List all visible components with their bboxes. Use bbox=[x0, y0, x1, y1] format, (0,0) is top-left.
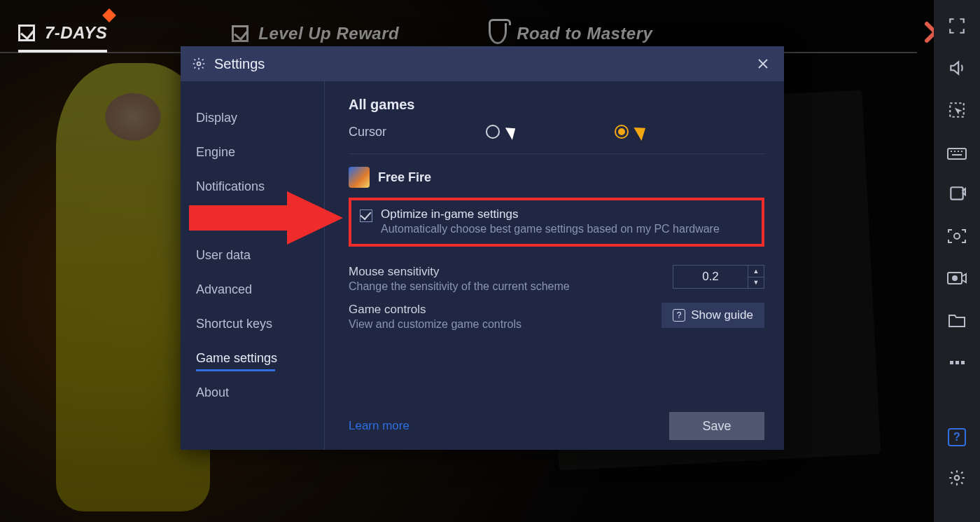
controls-title: Game controls bbox=[349, 303, 648, 317]
svg-rect-2 bbox=[951, 187, 962, 199]
save-button[interactable]: Save bbox=[669, 412, 764, 440]
dots-icon bbox=[950, 361, 965, 364]
more-button[interactable] bbox=[946, 352, 967, 373]
help-button[interactable]: ? bbox=[948, 428, 966, 446]
mouse-sensitivity-spinner[interactable]: ▲ ▼ bbox=[673, 265, 764, 289]
cursor-option-yellow[interactable] bbox=[615, 124, 647, 139]
all-games-heading: All games bbox=[349, 97, 764, 113]
mouse-desc: Change the sensitivity of the current sc… bbox=[349, 280, 659, 293]
free-fire-icon bbox=[349, 167, 370, 188]
mouse-title: Mouse sensitivity bbox=[349, 265, 659, 279]
radio-on-icon bbox=[615, 125, 629, 139]
cursor-option-default[interactable] bbox=[486, 125, 517, 139]
show-guide-button[interactable]: ? Show guide bbox=[662, 303, 764, 328]
optimize-checkbox[interactable] bbox=[360, 210, 372, 222]
game-section-header: Free Fire bbox=[349, 167, 764, 188]
emulator-sidebar: ? bbox=[934, 0, 980, 522]
controls-desc: View and customize game controls bbox=[349, 318, 648, 331]
radio-off-icon bbox=[486, 125, 500, 139]
modal-header: Settings bbox=[181, 46, 784, 81]
check-icon bbox=[232, 25, 248, 42]
tab-mastery-label: Road to Mastery bbox=[517, 24, 652, 43]
nav-notifications[interactable]: Notifications bbox=[181, 170, 324, 204]
cursor-white-icon bbox=[504, 125, 517, 139]
mouse-sensitivity-row: Mouse sensitivity Change the sensitivity… bbox=[349, 265, 764, 293]
cursor-label: Cursor bbox=[349, 125, 486, 139]
learn-more-link[interactable]: Learn more bbox=[349, 419, 410, 433]
fullscreen-button[interactable] bbox=[946, 15, 967, 36]
game-controls-row: Game controls View and customize game co… bbox=[349, 303, 764, 331]
help-icon: ? bbox=[953, 431, 960, 444]
cursor-row: Cursor bbox=[349, 123, 764, 154]
show-guide-label: Show guide bbox=[691, 308, 753, 322]
settings-side-nav: Display Engine Notifications Preferences… bbox=[181, 81, 325, 450]
nav-shortcut-keys[interactable]: Shortcut keys bbox=[181, 307, 324, 341]
spinner-down-button[interactable]: ▼ bbox=[748, 277, 764, 289]
tab-level-up-label: Level Up Reward bbox=[258, 24, 399, 43]
modal-title: Settings bbox=[214, 56, 265, 72]
settings-modal: Settings Display Engine Notifications Pr… bbox=[181, 46, 784, 450]
close-icon bbox=[757, 57, 769, 70]
game-name-label: Free Fire bbox=[378, 170, 431, 185]
spinner-up-button[interactable]: ▲ bbox=[748, 266, 764, 277]
media-folder-button[interactable] bbox=[946, 310, 967, 331]
svg-point-6 bbox=[955, 476, 960, 481]
shield-icon bbox=[489, 23, 507, 44]
nav-user-data[interactable]: User data bbox=[181, 238, 324, 273]
nav-about[interactable]: About bbox=[181, 376, 324, 410]
settings-content: All games Cursor Free Fire bbox=[325, 81, 784, 450]
volume-button[interactable] bbox=[946, 57, 967, 78]
lock-cursor-button[interactable] bbox=[946, 99, 967, 121]
svg-point-7 bbox=[197, 62, 201, 66]
optimize-desc: Automatically choose best game settings … bbox=[381, 223, 720, 235]
nav-engine[interactable]: Engine bbox=[181, 135, 324, 170]
svg-point-5 bbox=[953, 276, 957, 280]
nav-preferences[interactable]: Preferences bbox=[181, 204, 324, 238]
nav-display[interactable]: Display bbox=[181, 101, 324, 135]
mouse-sensitivity-input[interactable] bbox=[673, 266, 748, 288]
cursor-yellow-icon bbox=[633, 124, 647, 139]
install-apk-button[interactable] bbox=[946, 184, 967, 205]
modal-close-button[interactable] bbox=[753, 54, 773, 74]
question-icon: ? bbox=[673, 309, 685, 322]
optimize-title: Optimize in-game settings bbox=[381, 207, 720, 221]
record-button[interactable] bbox=[946, 268, 967, 289]
nav-game-settings[interactable]: Game settings bbox=[181, 341, 324, 376]
gear-icon bbox=[192, 57, 206, 71]
tab-7days-label: 7-DAYS bbox=[45, 23, 107, 43]
optimize-highlight: Optimize in-game settings Automatically … bbox=[349, 198, 764, 247]
svg-rect-1 bbox=[948, 149, 966, 159]
nav-advanced[interactable]: Advanced bbox=[181, 273, 324, 307]
screenshot-button[interactable] bbox=[946, 226, 967, 247]
settings-gear-button[interactable] bbox=[946, 467, 967, 488]
tab-7days[interactable]: 7-DAYS bbox=[18, 16, 107, 53]
modal-footer: Learn more Save bbox=[349, 398, 764, 440]
svg-point-3 bbox=[954, 233, 960, 239]
keymap-button[interactable] bbox=[946, 142, 967, 163]
check-icon bbox=[18, 25, 35, 41]
